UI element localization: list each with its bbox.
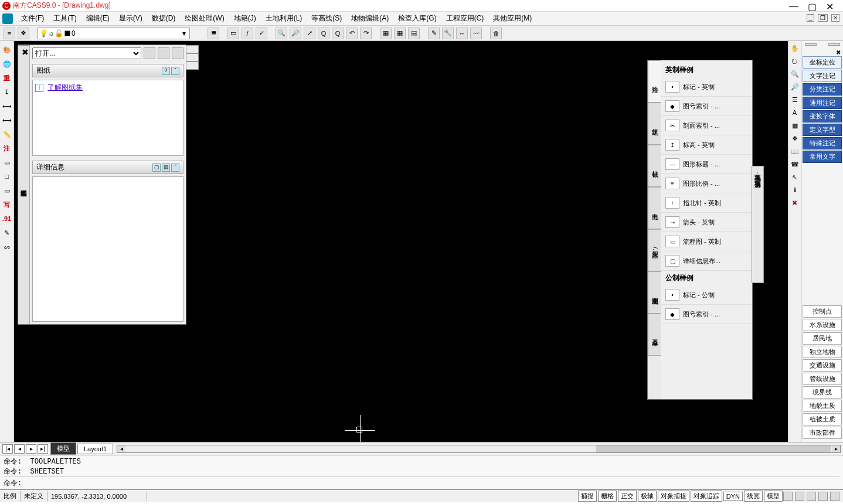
h-scrollbar[interactable]: ◂ ▸: [117, 445, 841, 453]
globe-icon[interactable]: 🌐: [2, 59, 12, 69]
search2-icon[interactable]: 🔎: [790, 83, 800, 94]
layers-stack-icon[interactable]: ❖: [18, 28, 29, 39]
check-icon[interactable]: ✓: [256, 28, 267, 39]
menu-view[interactable]: 显示(V): [114, 12, 147, 25]
menu-tools[interactable]: 工具(T): [49, 12, 81, 25]
tp-tab-annotation[interactable]: 注释: [648, 60, 661, 103]
rp-boundary[interactable]: 境界线: [803, 386, 842, 399]
rect2-icon[interactable]: ▭: [2, 185, 12, 196]
undo-icon[interactable]: ↶: [346, 28, 358, 39]
cursor-icon[interactable]: ↖: [790, 173, 800, 184]
sheetset-details-body[interactable]: [32, 176, 183, 322]
panel-collapse-icon[interactable]: ˄: [171, 67, 179, 75]
tp-item[interactable]: •标记 - 公制: [661, 285, 752, 305]
grid-icon[interactable]: ▦: [394, 28, 406, 39]
menu-other[interactable]: 其他应用(M): [488, 12, 536, 25]
rp-special-annot[interactable]: 特殊注记: [803, 137, 842, 149]
layer-dropdown[interactable]: 💡 ☼ 🔓 0 ▾: [38, 28, 190, 39]
mdi-close-button[interactable]: ×: [831, 14, 839, 22]
char-xie-icon[interactable]: 写: [2, 199, 12, 210]
scroll-right-icon[interactable]: ▸: [832, 445, 840, 452]
rp-landform[interactable]: 地貌土质: [803, 400, 842, 412]
tp-item[interactable]: •标记 - 英制: [661, 77, 752, 97]
learn-sheetset-link[interactable]: 了解图纸集: [47, 83, 83, 91]
toolpalette-list[interactable]: 英制样例 •标记 - 英制 ◆图号索引 - ... ✂剖面索引 - ... ↥标…: [661, 60, 752, 399]
info2-icon[interactable]: ℹ: [790, 186, 800, 197]
zoom-center-icon[interactable]: Q: [332, 28, 344, 39]
minimize-button[interactable]: ―: [789, 1, 798, 12]
tp-item[interactable]: ◆图号索引 - ...: [661, 97, 752, 116]
red-label-icon[interactable]: 重: [2, 73, 12, 83]
sheetset-close-icon[interactable]: ✖: [22, 47, 29, 57]
search-icon[interactable]: 🔍: [790, 70, 800, 81]
zoom-in-icon[interactable]: 🔍: [276, 28, 287, 39]
maximize-button[interactable]: ▢: [808, 1, 817, 12]
palette-icon[interactable]: 🎨: [2, 45, 12, 55]
sheetset-open-dropdown[interactable]: 打开...: [32, 47, 141, 59]
tab-prev-button[interactable]: ◂: [14, 444, 25, 454]
grid2-icon[interactable]: ▦: [790, 122, 800, 132]
close-button[interactable]: ✕: [826, 1, 834, 12]
sheetset-btn-1[interactable]: [144, 47, 155, 59]
sheetset-tab-resource[interactable]: 资源图形: [186, 62, 199, 70]
redo-icon[interactable]: ↷: [360, 28, 372, 39]
toggle-model[interactable]: 模型: [764, 491, 783, 502]
rp-class-annot[interactable]: 分类注记: [803, 83, 842, 96]
toggle-osnap[interactable]: 对象捕捉: [658, 491, 689, 502]
tp-item[interactable]: ➝箭头 - 英制: [661, 213, 752, 232]
tab-first-button[interactable]: |◂: [2, 444, 13, 454]
zoom-out-icon[interactable]: 🔎: [290, 28, 301, 39]
menu-data[interactable]: 数据(D): [147, 12, 181, 25]
status-icon-2[interactable]: [795, 492, 804, 501]
app-menu-icon[interactable]: [2, 13, 13, 24]
panel-close-icon[interactable]: ✖: [803, 49, 842, 56]
status-icon-5[interactable]: [830, 492, 839, 501]
zoom-real-icon[interactable]: Q: [318, 28, 329, 39]
spline-icon[interactable]: 〰: [470, 28, 482, 39]
status-icon-4[interactable]: [818, 492, 828, 501]
toolpalette-close-icon[interactable]: ✖: [757, 62, 764, 71]
scroll-thumb[interactable]: [596, 445, 831, 452]
rp-text-annot[interactable]: 文字注记: [803, 70, 842, 82]
square-icon[interactable]: □: [2, 171, 12, 182]
tp-tab-electric[interactable]: 电力: [648, 187, 661, 229]
book-icon[interactable]: 📖: [790, 148, 800, 158]
rotate-icon[interactable]: ⭮: [790, 57, 800, 68]
tp-tab-building[interactable]: 建筑: [648, 103, 661, 145]
wrench-icon[interactable]: 🔧: [442, 28, 454, 39]
rp-vegetation[interactable]: 植被土质: [803, 413, 842, 425]
rp-controlpt[interactable]: 控制点: [803, 305, 842, 318]
detail-list-icon[interactable]: ▤: [162, 164, 170, 172]
phone-icon[interactable]: ☎: [790, 161, 800, 171]
sheetset-drawings-body[interactable]: i 了解图纸集: [32, 80, 183, 156]
tab-layout1[interactable]: Layout1: [77, 444, 113, 454]
zoom-window-icon[interactable]: ▭: [227, 28, 239, 39]
rp-water[interactable]: 水系设施: [803, 319, 842, 331]
menu-file[interactable]: 文件(F): [16, 12, 49, 25]
table-icon[interactable]: ▦: [380, 28, 392, 39]
rp-traffic[interactable]: 交通设施: [803, 359, 842, 372]
rp-residence[interactable]: 居民地: [803, 332, 842, 345]
rect-icon[interactable]: ▭: [2, 157, 12, 168]
tp-item[interactable]: —图形标题 - ...: [661, 155, 752, 174]
rp-coord-locate[interactable]: 坐标定位: [803, 56, 842, 69]
pin-icon[interactable]: ↧: [2, 87, 12, 97]
menu-edit[interactable]: 编辑(E): [81, 12, 114, 25]
menu-engineering[interactable]: 工程应用(C): [441, 12, 489, 25]
ruler-hz-icon[interactable]: ⟷: [2, 101, 12, 111]
menu-draw[interactable]: 绘图处理(W): [180, 12, 229, 25]
tp-item[interactable]: ≡图形比例 - ...: [661, 174, 752, 193]
list-icon[interactable]: ☰: [790, 96, 800, 107]
toggle-snap[interactable]: 捕捉: [578, 491, 597, 502]
text-icon[interactable]: A: [790, 109, 800, 120]
tp-tab-civil[interactable]: 土木工程/...: [648, 229, 661, 271]
line-icon[interactable]: /: [242, 28, 253, 39]
detail-view-icon[interactable]: ▢: [152, 164, 161, 172]
brush-icon[interactable]: ✎: [428, 28, 440, 39]
hand-icon[interactable]: ✋: [790, 45, 800, 55]
tp-item[interactable]: ▭流程图 - 英制: [661, 232, 752, 251]
rp-pipeline[interactable]: 管线设施: [803, 373, 842, 385]
tab-last-button[interactable]: ▸|: [38, 444, 48, 454]
calc-icon[interactable]: ▤: [408, 28, 420, 39]
tab-next-button[interactable]: ▸: [26, 444, 36, 454]
